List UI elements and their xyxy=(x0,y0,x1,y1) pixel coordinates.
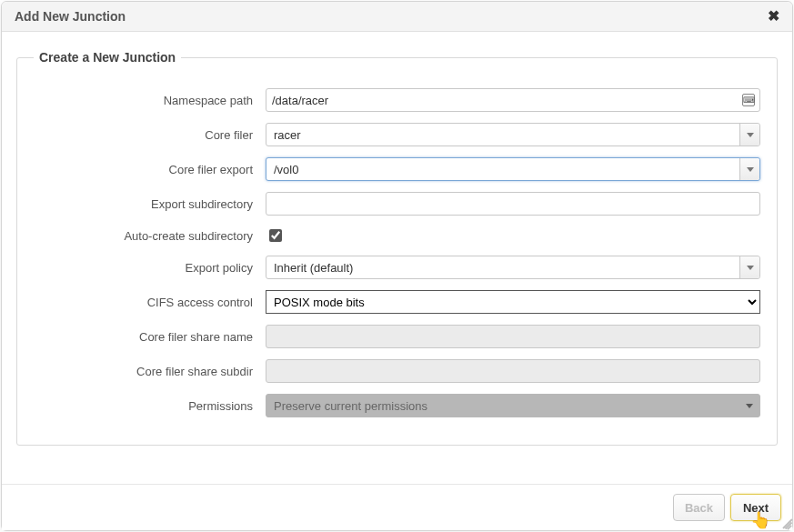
keyboard-icon: ⌨ xyxy=(742,94,755,106)
dialog-title: Add New Junction xyxy=(15,9,126,24)
label-auto-create: Auto-create subdirectory xyxy=(34,229,266,243)
chevron-down-icon xyxy=(739,124,759,146)
permissions-select: Preserve current permissions xyxy=(266,394,760,417)
label-permissions: Permissions xyxy=(34,399,266,413)
label-cifs-access: CIFS access control xyxy=(34,296,266,309)
label-core-filer-export: Core filer export xyxy=(34,163,266,176)
core-filer-select[interactable]: racer xyxy=(266,123,760,146)
cifs-access-select[interactable]: POSIX mode bits xyxy=(266,290,760,314)
label-core-filer: Core filer xyxy=(34,128,266,142)
chevron-down-icon xyxy=(739,395,759,417)
namespace-path-input[interactable] xyxy=(266,88,760,112)
create-junction-fieldset: Create a New Junction Namespace path ⌨ C… xyxy=(16,50,778,446)
close-icon[interactable]: ✖ xyxy=(768,9,779,24)
next-button[interactable]: Next xyxy=(730,494,781,521)
dialog-body: Create a New Junction Namespace path ⌨ C… xyxy=(2,32,792,484)
back-button: Back xyxy=(673,494,725,521)
chevron-down-icon xyxy=(739,158,759,180)
dialog-header: Add New Junction ✖ xyxy=(2,2,792,32)
core-filer-export-select[interactable]: /vol0 xyxy=(266,157,760,181)
export-policy-select[interactable]: Inherit (default) xyxy=(266,256,760,279)
cf-share-name-input xyxy=(266,325,760,348)
auto-create-checkbox[interactable] xyxy=(269,229,282,242)
label-cf-share-subdir: Core filer share subdir xyxy=(34,365,266,378)
fieldset-legend: Create a New Junction xyxy=(34,50,181,65)
label-export-subdir: Export subdirectory xyxy=(34,197,266,211)
dialog-footer: Back Next xyxy=(2,484,792,530)
export-subdir-input[interactable] xyxy=(266,192,760,216)
chevron-down-icon xyxy=(739,256,759,278)
label-cf-share-name: Core filer share name xyxy=(34,330,266,344)
cf-share-subdir-input xyxy=(266,359,760,383)
add-junction-dialog: Add New Junction ✖ Create a New Junction… xyxy=(1,1,793,531)
label-export-policy: Export policy xyxy=(34,261,266,275)
label-namespace-path: Namespace path xyxy=(34,94,266,107)
